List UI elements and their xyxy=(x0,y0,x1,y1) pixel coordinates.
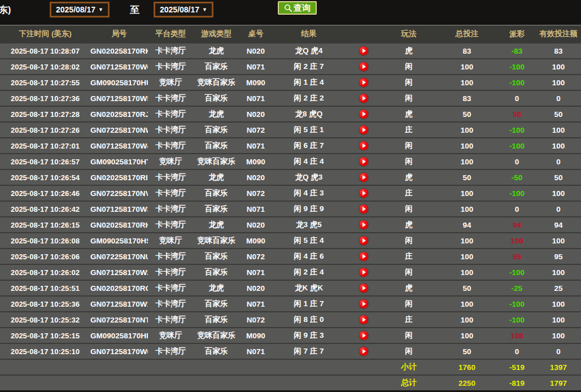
valid-bet-cell: 100 xyxy=(536,233,581,249)
replay-cell xyxy=(346,280,382,296)
payout-cell: 100 xyxy=(498,328,536,343)
play-cell: 虎 xyxy=(382,106,436,122)
play-cell: 虎 xyxy=(382,43,436,59)
valid-bet-cell: 100 xyxy=(536,328,581,343)
valid-bet-cell: 100 xyxy=(536,312,581,328)
round-id-cell: GM090258170HT xyxy=(90,154,148,169)
bet-time-cell: 2025-08-17 10:27:28 xyxy=(0,106,90,122)
valid-bet-cell: 0 xyxy=(536,201,581,217)
play-triangle-icon xyxy=(362,223,366,227)
replay-play-icon[interactable] xyxy=(359,347,368,356)
result-cell: 闲 4 庄 4 xyxy=(272,154,346,169)
replay-play-icon[interactable] xyxy=(359,204,368,214)
valid-bet-cell: 100 xyxy=(536,75,581,90)
total-bet-cell: 100 xyxy=(436,312,498,328)
replay-play-icon[interactable] xyxy=(359,315,368,324)
replay-play-icon[interactable] xyxy=(359,173,368,182)
play-cell: 虎 xyxy=(382,169,436,185)
play-cell: 庄 xyxy=(382,185,436,201)
play-triangle-icon xyxy=(362,191,366,195)
bet-time-cell: 2025-08-17 10:26:42 xyxy=(0,201,90,217)
play-triangle-icon xyxy=(362,159,366,164)
platform-cell: 卡卡湾厅 xyxy=(148,106,193,122)
table-row: 2025-08-17 10:26:15 GN020258170RH 卡卡湾厅 龙… xyxy=(0,217,581,233)
round-id-cell: GN020258170RH xyxy=(90,217,148,233)
replay-play-icon[interactable] xyxy=(359,299,368,308)
replay-cell xyxy=(346,90,382,106)
game-type-cell: 百家乐 xyxy=(193,264,239,280)
replay-play-icon[interactable] xyxy=(359,236,368,245)
game-type-cell: 龙虎 xyxy=(193,43,239,59)
valid-bet-cell: 100 xyxy=(536,138,581,154)
payout-cell: -50 xyxy=(498,169,536,185)
table-row: 2025-08-17 10:27:01 GN071258170W4 卡卡湾厅 百… xyxy=(0,138,581,154)
payout-cell: 95 xyxy=(498,249,536,264)
result-cell: 龙Q 虎4 xyxy=(272,43,346,59)
replay-play-icon[interactable] xyxy=(359,189,368,198)
query-button[interactable]: 查询 xyxy=(278,1,317,15)
replay-play-icon[interactable] xyxy=(359,252,368,261)
summary-row: 总计 2250 -819 1797 xyxy=(0,375,581,390)
replay-play-icon[interactable] xyxy=(359,141,368,150)
replay-cell xyxy=(346,343,382,359)
date-from-select[interactable]: 2025/08/17 ▼ xyxy=(50,2,110,18)
result-cell: 闲 4 庄 3 xyxy=(272,185,346,201)
replay-play-icon[interactable] xyxy=(359,268,368,277)
round-id-cell: GN071258170W6 xyxy=(90,59,148,75)
summary-row: 小计 1760 -519 1397 xyxy=(0,359,581,375)
replay-play-icon[interactable] xyxy=(359,94,368,103)
platform-cell: 卡卡湾厅 xyxy=(148,122,193,138)
table-row: 2025-08-17 10:26:54 GN020258170RI 卡卡湾厅 龙… xyxy=(0,169,581,185)
play-cell: 庄 xyxy=(382,312,436,328)
replay-play-icon[interactable] xyxy=(359,331,368,340)
total-bet-cell: 100 xyxy=(436,154,498,169)
table-row: 2025-08-17 10:27:28 GN020258170RJ 卡卡湾厅 龙… xyxy=(0,106,581,122)
play-cell: 闲 xyxy=(382,296,436,312)
valid-bet-cell: 100 xyxy=(536,185,581,201)
play-cell: 闲 xyxy=(382,138,436,154)
replay-play-icon[interactable] xyxy=(359,62,368,71)
total-bet-cell: 100 xyxy=(436,264,498,280)
platform-cell: 卡卡湾厅 xyxy=(148,185,193,201)
total-bet-cell: 100 xyxy=(436,75,498,90)
bet-time-cell: 2025-08-17 10:28:07 xyxy=(0,43,90,59)
play-cell: 闲 xyxy=(382,201,436,217)
replay-play-icon[interactable] xyxy=(359,157,368,166)
total-bet-cell: 50 xyxy=(436,343,498,359)
platform-cell: 卡卡湾厅 xyxy=(148,138,193,154)
chevron-down-icon: ▼ xyxy=(98,7,103,12)
col-header-play: 玩法 xyxy=(382,25,436,43)
replay-play-icon[interactable] xyxy=(359,125,368,134)
play-triangle-icon xyxy=(362,349,366,354)
replay-play-icon[interactable] xyxy=(359,220,368,229)
replay-play-icon[interactable] xyxy=(359,78,368,87)
total-bet-cell: 100 xyxy=(436,328,498,343)
table-no-cell: N020 xyxy=(239,106,272,122)
table-row: 2025-08-17 10:28:02 GN071258170W6 卡卡湾厅 百… xyxy=(0,59,581,75)
play-cell: 闲 xyxy=(382,264,436,280)
payout-cell: 100 xyxy=(498,233,536,249)
table-row: 2025-08-17 10:25:10 GN071258170W0 卡卡湾厅 百… xyxy=(0,343,581,359)
play-triangle-icon xyxy=(362,143,366,148)
replay-play-icon[interactable] xyxy=(359,110,368,119)
replay-play-icon[interactable] xyxy=(359,46,368,55)
total-bet-cell: 50 xyxy=(436,169,498,185)
round-id-cell: GN071258170W1 xyxy=(90,296,148,312)
bet-time-cell: 2025-08-17 10:25:36 xyxy=(0,296,90,312)
summary-spacer xyxy=(0,375,382,390)
summary-spacer xyxy=(0,359,382,375)
date-to-select[interactable]: 2025/08/17 ▼ xyxy=(154,2,213,18)
round-id-cell: GN071258170W0 xyxy=(90,343,148,359)
betting-records-table: 下注时间 (美东) 局号 平台类型 游戏类型 桌号 结果 玩法 总投注 派彩 有… xyxy=(0,25,581,390)
platform-cell: 卡卡湾厅 xyxy=(148,43,193,59)
replay-cell xyxy=(346,296,382,312)
play-triangle-icon xyxy=(362,96,366,101)
play-triangle-icon xyxy=(362,270,366,275)
valid-bet-cell: 25 xyxy=(536,280,581,296)
total-bet-cell: 50 xyxy=(436,280,498,296)
magnifier-icon xyxy=(284,4,292,12)
replay-cell xyxy=(346,122,382,138)
result-cell: 闲 8 庄 0 xyxy=(272,312,346,328)
replay-play-icon[interactable] xyxy=(359,284,368,293)
valid-bet-cell: 94 xyxy=(536,217,581,233)
